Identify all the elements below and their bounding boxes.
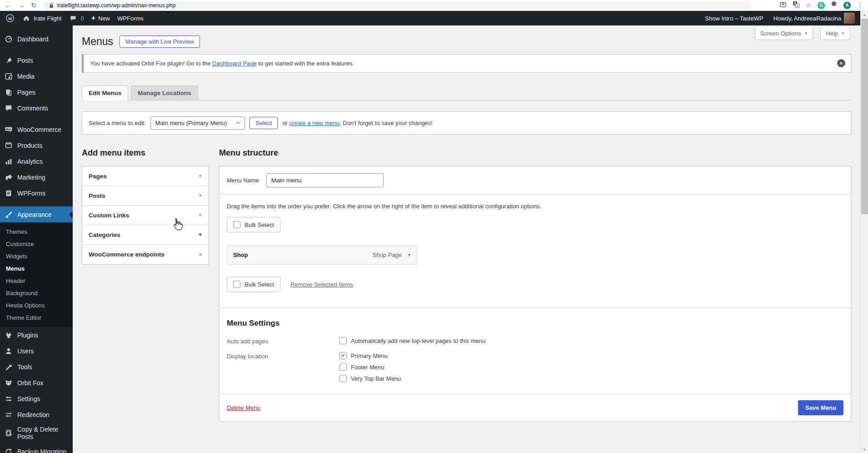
main-content: Screen Options ▼ Help ▼ Menus Manage wit… bbox=[73, 25, 860, 453]
install-icon[interactable] bbox=[779, 1, 787, 10]
submenu-item-theme-editor[interactable]: Theme Editor bbox=[0, 312, 73, 324]
sidebar-item-comments[interactable]: Comments bbox=[0, 100, 73, 116]
accordion-woocommerce-endpoints[interactable]: WooCommerce endpoints ▼ bbox=[82, 245, 209, 264]
browser-menu-icon[interactable]: ⋮ bbox=[857, 2, 863, 9]
accordion-pages[interactable]: Pages ▼ bbox=[82, 166, 209, 186]
sidebar-item-settings[interactable]: Settings bbox=[0, 391, 73, 407]
grammarly-extension-icon[interactable]: G bbox=[818, 2, 825, 9]
submenu-item-themes[interactable]: Themes bbox=[0, 226, 73, 238]
accordion-posts[interactable]: Posts ▼ bbox=[82, 186, 209, 206]
add-menu-items-accordion: Pages ▼ Posts ▼ Custom Links ▼ Categorie… bbox=[82, 166, 209, 265]
show-intro-link[interactable]: Show Intro – TasteWP bbox=[705, 15, 763, 22]
brush-icon bbox=[4, 210, 13, 219]
very-top-bar-menu-checkbox[interactable] bbox=[339, 375, 347, 382]
tab-manage-locations[interactable]: Manage Locations bbox=[131, 86, 198, 100]
submenu-item-widgets[interactable]: Widgets bbox=[0, 250, 73, 262]
sidebar-item-woocommerce[interactable]: Woo WooCommerce bbox=[0, 121, 73, 137]
comments-icon bbox=[4, 104, 13, 113]
auto-add-pages-option[interactable]: Automatically add new top-level pages to… bbox=[339, 337, 485, 344]
browser-reload-icon[interactable]: ↻ bbox=[31, 2, 37, 9]
sidebar-item-media[interactable]: Media bbox=[0, 68, 73, 84]
screen-options-button[interactable]: Screen Options ▼ bbox=[755, 27, 813, 40]
sidebar-item-products[interactable]: Products bbox=[0, 137, 73, 153]
sidebar-item-plugins[interactable]: Plugins bbox=[0, 327, 73, 343]
menu-select-dropdown[interactable]: Main menu (Primary Menu) bbox=[150, 116, 245, 130]
sidebar-item-marketing[interactable]: Marketing bbox=[0, 169, 73, 185]
bulk-select-bottom[interactable]: Bulk Select bbox=[227, 277, 280, 292]
display-location-label: Display location bbox=[227, 352, 339, 360]
browser-actions: A文 ☆ G A ⋮ bbox=[779, 1, 863, 10]
menu-item-type: Shop Page bbox=[373, 252, 402, 258]
sidebar-item-pages[interactable]: Pages bbox=[0, 84, 73, 100]
page-scrollbar[interactable]: ▲ ▼ bbox=[860, 11, 868, 453]
form-icon bbox=[4, 189, 13, 198]
auto-add-pages-checkbox[interactable] bbox=[339, 337, 347, 344]
site-name-link[interactable]: Irate Flight bbox=[22, 14, 61, 23]
scroll-down-icon[interactable]: ▼ bbox=[861, 446, 868, 453]
translate-icon[interactable]: A文 bbox=[793, 1, 800, 10]
sidebar-item-analytics[interactable]: Analytics bbox=[0, 153, 73, 169]
menu-name-row: Menu Name bbox=[219, 166, 851, 195]
sidebar-item-redirection[interactable]: Redirection bbox=[0, 407, 73, 423]
location-footer-menu[interactable]: Footer Menu bbox=[339, 363, 401, 371]
location-very-top-bar-menu[interactable]: Very Top Bar Menu bbox=[339, 375, 401, 382]
menu-settings-heading: Menu Settings bbox=[227, 319, 843, 328]
primary-menu-checkbox[interactable] bbox=[339, 352, 347, 359]
submenu-item-menus[interactable]: Menus bbox=[0, 262, 73, 275]
delete-menu-link[interactable]: Delete Menu bbox=[227, 404, 260, 411]
sidebar-item-backup-migration[interactable]: Backup Migration bbox=[0, 443, 73, 453]
extensions-puzzle-icon[interactable] bbox=[831, 1, 838, 10]
location-primary-menu[interactable]: Primary Menu bbox=[339, 352, 401, 359]
select-menu-button[interactable]: Select bbox=[249, 117, 278, 129]
scrollbar-thumb[interactable] bbox=[861, 19, 868, 214]
footer-menu-checkbox[interactable] bbox=[339, 363, 347, 371]
scroll-up-icon[interactable]: ▲ bbox=[861, 11, 868, 18]
sidebar-item-users[interactable]: Users bbox=[0, 343, 73, 359]
browser-forward-icon[interactable]: → bbox=[18, 2, 25, 9]
save-menu-button[interactable]: Save Menu bbox=[798, 400, 843, 415]
wpforms-admin-bar-link[interactable]: WPForms bbox=[117, 15, 144, 22]
create-new-menu-link[interactable]: create a new menu bbox=[289, 120, 340, 126]
help-button[interactable]: Help ▼ bbox=[820, 27, 850, 40]
svg-text:W: W bbox=[8, 16, 12, 21]
accordion-categories[interactable]: Categories ▼ bbox=[82, 225, 209, 245]
menu-structure-column: Menu structure Menu Name Drag the items … bbox=[219, 148, 851, 422]
howdy-account-link[interactable]: Howdy, AndreeaRadacina bbox=[773, 13, 855, 24]
wp-logo-icon[interactable]: W bbox=[5, 14, 15, 23]
submenu-item-hestia-options[interactable]: Hestia Options bbox=[0, 299, 73, 312]
submenu-item-customize[interactable]: Customize bbox=[0, 238, 73, 250]
live-preview-button[interactable]: Manage with Live Preview bbox=[120, 35, 200, 48]
sidebar-item-dashboard[interactable]: Dashboard bbox=[0, 31, 73, 47]
sidebar-item-copy-delete-posts[interactable]: Copy & Delete Posts bbox=[0, 423, 73, 443]
dismiss-notice-icon[interactable]: ✕ bbox=[837, 59, 845, 67]
auto-add-pages-label: Auto add pages bbox=[227, 337, 339, 345]
menu-item-shop[interactable]: Shop Shop Page ▼ bbox=[227, 245, 418, 265]
remove-selected-items-link[interactable]: Remove Selected Items bbox=[290, 281, 353, 288]
bulk-select-bottom-checkbox[interactable] bbox=[233, 281, 240, 288]
menu-structure-panel: Menu Name Drag the items into the order … bbox=[219, 166, 851, 422]
expand-item-icon[interactable]: ▼ bbox=[407, 253, 411, 257]
menu-name-label: Menu Name bbox=[227, 177, 259, 184]
submenu-item-background[interactable]: Background bbox=[0, 287, 73, 299]
browser-profile-avatar[interactable]: A bbox=[843, 2, 851, 9]
swap-arrows-icon bbox=[4, 410, 13, 419]
new-content-link[interactable]: + New bbox=[91, 15, 110, 22]
sidebar-item-posts[interactable]: Posts bbox=[0, 52, 73, 68]
bulk-select-top-checkbox[interactable] bbox=[233, 221, 240, 228]
submenu-item-header[interactable]: Header bbox=[0, 275, 73, 287]
address-bar[interactable]: irateflight.tastewp.com/wp-admin/nav-men… bbox=[43, 1, 752, 10]
sidebar-item-orbit-fox[interactable]: Orbit Fox bbox=[0, 375, 73, 391]
chevron-down-icon: ▼ bbox=[198, 213, 202, 217]
sidebar-item-tools[interactable]: Tools bbox=[0, 359, 73, 375]
menu-name-input[interactable] bbox=[266, 173, 384, 187]
dashboard-page-link[interactable]: Dashboard Page bbox=[212, 60, 257, 67]
comments-bubble-link[interactable]: 0 bbox=[69, 14, 84, 23]
browser-back-icon[interactable]: ← bbox=[5, 2, 11, 9]
box-icon bbox=[4, 141, 13, 150]
sidebar-item-appearance[interactable]: Appearance bbox=[0, 206, 73, 222]
accordion-custom-links[interactable]: Custom Links ▼ bbox=[82, 206, 209, 225]
bookmark-star-icon[interactable]: ☆ bbox=[806, 2, 812, 9]
sidebar-item-wpforms[interactable]: WPForms bbox=[0, 185, 73, 201]
tab-edit-menus[interactable]: Edit Menus bbox=[82, 86, 128, 101]
bulk-select-top[interactable]: Bulk Select bbox=[227, 217, 280, 232]
